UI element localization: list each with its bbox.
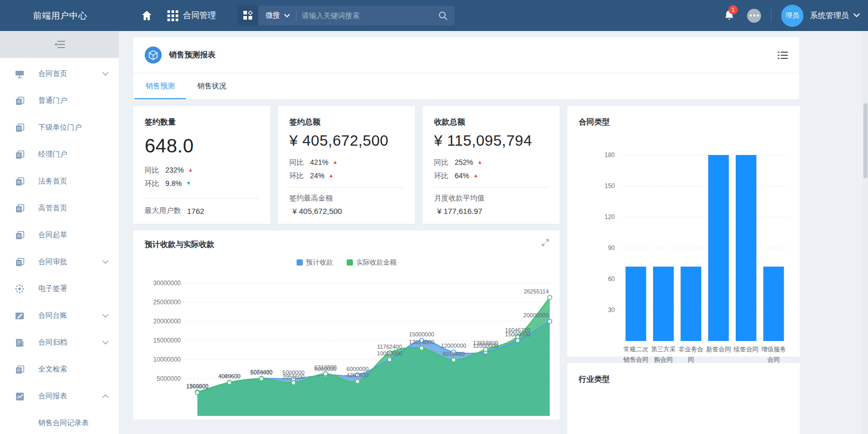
apps-diamond-icon (243, 10, 253, 21)
sidebar-item-法务首页[interactable]: 法务首页 (0, 168, 119, 195)
page-scrollbar[interactable] (863, 31, 868, 434)
sidebar-item-普通门户[interactable]: 普通门户 (0, 87, 119, 114)
svg-text:180: 180 (605, 151, 615, 159)
metric-row: 环比9.8%▼ (145, 177, 259, 190)
line-chart-card: 预计收款与实际收款 预计收款实际收款金额 3000000025000000200… (133, 230, 560, 420)
chevron-down-icon (102, 72, 109, 76)
svg-text:6000000: 6000000 (347, 366, 369, 372)
stat-title: 收款总额 (434, 117, 548, 127)
svg-text:常规二次: 常规二次 (624, 346, 648, 353)
line-area-chart[interactable]: 3000000025000000200000001500000010000000… (133, 269, 560, 416)
home-icon (142, 11, 152, 21)
search-scope-select[interactable]: 微搜 (258, 11, 296, 20)
sidebar-item-label: 经理门户 (38, 150, 119, 159)
board-icon (14, 70, 25, 79)
svg-text:4282600: 4282600 (347, 372, 369, 378)
search-app-button[interactable] (238, 6, 258, 25)
sidebar-item-label: 合同起草 (38, 230, 119, 240)
app-switcher[interactable]: 合同管理 (167, 10, 216, 21)
chevron-up-icon (102, 394, 109, 398)
tab-bar: 销售预测销售状况 (133, 73, 799, 99)
stat-footer-label: 月度收款平均值 (434, 194, 548, 203)
svg-text:16046720: 16046720 (505, 327, 531, 333)
industry-title: 行业类型 (579, 375, 788, 384)
svg-text:15000000: 15000000 (409, 331, 435, 337)
grid-icon (167, 10, 178, 21)
svg-text:新签合同: 新签合同 (706, 346, 731, 353)
docs-icon (14, 365, 25, 374)
sidebar-item-合同审批[interactable]: 合同审批 (0, 249, 119, 275)
trend-up-icon: ▲ (477, 156, 483, 169)
sidebar-item-销售合同记录表[interactable]: 销售合同记录表 (0, 410, 119, 434)
svg-text:12000000: 12000000 (441, 343, 467, 349)
sidebar-item-合同台账[interactable]: 合同台账 (0, 302, 119, 329)
search-button[interactable] (431, 6, 455, 25)
sidebar-item-经理门户[interactable]: 经理门户 (0, 141, 119, 168)
legend-label: 预计收款 (306, 258, 333, 267)
svg-text:30000000: 30000000 (153, 280, 181, 287)
scrollbar-thumb[interactable] (863, 103, 867, 178)
page-title: 销售预测报表 (169, 50, 778, 60)
search-icon (438, 11, 448, 21)
legend-item-实际收款金额[interactable]: 实际收款金额 (347, 258, 397, 267)
sidebar-item-全文检索[interactable]: 全文检索 (0, 356, 119, 383)
legend-item-预计收款[interactable]: 预计收款 (297, 258, 333, 267)
topbar-divider (771, 9, 771, 22)
sidebar-item-合同归档[interactable]: 合同归档 (0, 329, 119, 356)
topbar-right: 1 理员 系统管理员 (724, 5, 860, 27)
svg-text:20000000: 20000000 (523, 312, 549, 318)
home-button[interactable] (142, 11, 152, 21)
svg-text:销售合同: 销售合同 (623, 356, 648, 363)
expand-button[interactable] (541, 239, 549, 246)
metric-row: 同比252%▲ (434, 156, 548, 169)
sidebar-item-合同首页[interactable]: 合同首页 (0, 60, 119, 87)
sidebar-item-合同起草[interactable]: 合同起草 (0, 222, 119, 249)
svg-text:第三方采: 第三方采 (651, 346, 676, 353)
list-icon (778, 51, 788, 59)
sidebar-item-label: 合同报表 (38, 392, 102, 401)
svg-text:4009600: 4009600 (219, 373, 241, 379)
metric-row: 环比24%▲ (289, 169, 404, 182)
brand-title: 前端用户中心 (33, 10, 121, 22)
search-scope-label: 微搜 (266, 11, 280, 20)
svg-text:增值服务: 增值服务 (761, 346, 786, 353)
svg-text:10000000: 10000000 (153, 356, 181, 363)
sidebar-item-label: 下级单位门户 (38, 123, 119, 132)
sidebar-collapse-button[interactable] (0, 31, 119, 58)
chevron-down-icon[interactable] (854, 13, 860, 18)
stat-footer-label: 签约最高金额 (289, 194, 404, 203)
sidebar-item-高管首页[interactable]: 高管首页 (0, 195, 119, 222)
contract-type-bar-chart[interactable]: 180150120906030常规二次销售合同第三方采购合同非业务合同新签合同续… (576, 128, 792, 367)
list-view-button[interactable] (778, 51, 788, 59)
sidebar-item-电子签署[interactable]: 电子签署 (0, 275, 119, 302)
trend-down-icon: ▼ (186, 177, 191, 190)
sidebar-item-合同报表[interactable]: 合同报表 (0, 383, 119, 410)
sidebar-item-下级单位门户[interactable]: 下级单位门户 (0, 114, 119, 141)
tab-销售预测[interactable]: 销售预测 (134, 73, 186, 99)
search-input[interactable] (297, 11, 431, 20)
legend-label: 实际收款金额 (357, 258, 397, 267)
stats-row: 签约数量648.0同比232%▲环比9.8%▼最大用户数1762签约总额¥ 40… (133, 106, 560, 224)
svg-text:购合同: 购合同 (654, 356, 673, 363)
svg-text:26255114: 26255114 (524, 288, 549, 295)
notifications-button[interactable]: 1 (724, 10, 735, 21)
svg-text:5000000: 5000000 (251, 369, 273, 376)
user-menu[interactable]: 系统管理员 (810, 11, 849, 21)
chart-legend: 预计收款实际收款金额 (133, 258, 560, 267)
chevron-down-icon (102, 314, 109, 318)
sidebar-item-label: 法务首页 (38, 177, 119, 186)
stat-footer: 最大用户数1762 (145, 206, 259, 215)
chevron-down-icon (102, 340, 109, 345)
topbar: 前端用户中心 合同管理 微 (0, 0, 868, 31)
svg-text:1368800: 1368800 (187, 383, 209, 390)
svg-text:10000000: 10000000 (377, 350, 402, 357)
svg-text:续签合同: 续签合同 (733, 346, 758, 353)
sidebar: 合同首页普通门户下级单位门户经理门户法务首页高管首页合同起草合同审批电子签署合同… (0, 31, 119, 434)
more-button[interactable] (747, 9, 761, 23)
avatar[interactable]: 理员 (781, 5, 803, 27)
svg-text:120: 120 (605, 213, 615, 221)
divider (434, 187, 548, 188)
sidebar-item-label: 合同审批 (38, 257, 102, 267)
sidebar-item-label: 电子签署 (38, 284, 119, 293)
tab-销售状况[interactable]: 销售状况 (186, 73, 238, 99)
